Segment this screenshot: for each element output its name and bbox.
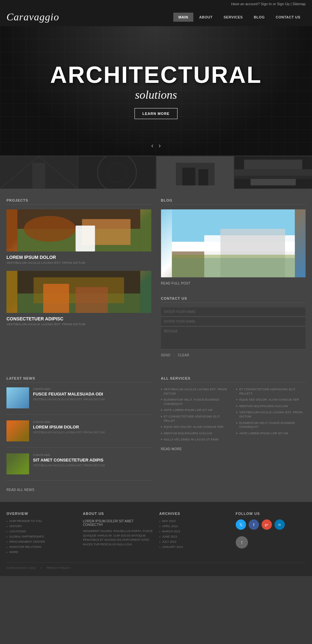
nav-main[interactable]: MAIN (173, 13, 193, 22)
news-title-3[interactable]: SIT AMET CONSECTETUER ADIPIS (33, 458, 151, 462)
footer-link-2[interactable]: ▸ HISTORY (6, 525, 76, 528)
footer-bottom: CARAVAGGIO © 2013 • PRIVACY POLICY (6, 562, 306, 570)
archive-link-6[interactable]: ▸ JANUARY 2013 (159, 545, 229, 549)
nav-services[interactable]: SERVICES (218, 13, 248, 22)
footer-link-3[interactable]: ▸ LOCATIONS (6, 530, 76, 533)
service-text-2-6: ANTE LOREM IPSUM LOR SIT AM (239, 431, 288, 436)
svg-rect-16 (251, 179, 296, 185)
news-item-3: 2 DAYS AGO SIT AMET CONSECTETUER ADIPIS … (6, 453, 151, 481)
sitemap-link[interactable]: Sitemap (293, 2, 306, 6)
svg-rect-33 (172, 255, 295, 277)
read-more-button[interactable]: READ MORE (161, 447, 182, 451)
header: Caravaggio MAIN ABOUT SERVICES BLOG CONT… (0, 8, 312, 26)
service-text-2-1: ET CONSECTETUER ADIPISCING ELIT. PELLETT (239, 387, 306, 395)
link-bullet: ▸ (6, 525, 8, 528)
thumb-2[interactable] (78, 156, 156, 189)
contact-name-input[interactable] (161, 307, 306, 316)
archive-text-3: MARCH 2013 (162, 530, 180, 533)
service-1-1: ▸ VESTIBULUM IACULIS LACINIA EST. PROIN … (161, 387, 230, 395)
thumb-img-2 (78, 156, 156, 189)
service-text-1-4: ET CONSECTETUER ADIPISCING ELIT. PELLET (164, 415, 230, 423)
prev-arrow[interactable]: ‹ (151, 142, 154, 149)
link-bullet: ▸ (6, 530, 8, 533)
archive-link-1[interactable]: ▸ MAY 2013 (159, 519, 229, 523)
service-text-2-2: EQUE SED DOLOR. ALIAM CONGUE FER (239, 398, 299, 402)
google-plus-icon[interactable]: g+ (262, 519, 272, 530)
read-full-post-link[interactable]: READ FULL POST (161, 282, 191, 285)
footer-link-6[interactable]: ▸ INVESTOR RELATIONS (6, 545, 76, 549)
thumb-3[interactable] (156, 156, 235, 189)
twitter-icon[interactable]: 𝕏 (236, 519, 246, 530)
bullet-icon: ▸ (161, 388, 162, 391)
copyright-text: CARAVAGGIO © 2013 (6, 566, 36, 570)
thumb-4[interactable] (234, 156, 312, 189)
main-content: PROJECTS LOREM IPSUM DOLOR VESTIBULUM IA… (0, 189, 312, 502)
archive-link-5[interactable]: ▸ JULY 2013 (159, 540, 229, 543)
link-bullet: ▸ (6, 535, 8, 538)
privacy-policy-link[interactable]: PRIVACY POLICY (47, 566, 70, 570)
facebook-icon[interactable]: f (249, 519, 259, 530)
footer: OVERVIEW ▸ OUR PROMISE TO YOU ▸ HISTORY … (0, 502, 312, 576)
archive-link-3[interactable]: ▸ MARCH 2013 (159, 530, 229, 533)
nav-blog[interactable]: BLOG (249, 13, 270, 22)
footer-link-text-5: PROCUREMENT CENTER (9, 540, 45, 543)
footer-link-5[interactable]: ▸ PROCUREMENT CENTER (6, 540, 76, 543)
footer-link-4[interactable]: ▸ GLOBAL PARTNERSHIPS (6, 535, 76, 538)
news-thumb-2 (6, 420, 29, 441)
project-image-2 (6, 271, 151, 313)
bullet-icon: ▸ (236, 411, 238, 414)
logo[interactable]: Caravaggio (6, 11, 59, 23)
archive-bullet: ▸ (159, 520, 161, 523)
service-text-2-5: ELEMENTUM VELIT. FUSCE EUISMOD CONSEQUAT (239, 421, 306, 429)
archive-bullet: ▸ (159, 525, 161, 528)
service-2-6: ▸ ANTE LOREM IPSUM LOR SIT AM (236, 431, 306, 436)
nav-about[interactable]: ABOUT (194, 13, 218, 22)
all-services-section: ALL SERVICES ▸ VESTIBULUM IACULIS LACINI… (161, 376, 306, 492)
archive-link-2[interactable]: ▸ APRIL 2013 (159, 525, 229, 528)
svg-rect-21 (76, 226, 95, 251)
nav-contact[interactable]: CONTACT US (271, 13, 306, 22)
news-desc-3: VESTIBULUM IACULIS LACINIA EST. PROIN DI… (33, 464, 151, 467)
news-title-1[interactable]: FUSCE FEUGIAT MALESUADA ODI (33, 392, 151, 396)
next-arrow[interactable]: › (159, 142, 161, 149)
learn-more-button[interactable]: LEARN MORE (134, 108, 178, 119)
sign-up-link[interactable]: Sign Up (277, 2, 290, 6)
hero-title: ARCHITECTURAL (50, 63, 262, 86)
archive-link-4[interactable]: ▸ JUNE 2013 (159, 535, 229, 538)
scroll-top-button[interactable]: ↑ (236, 536, 248, 549)
news-title-2[interactable]: LOREM IPSUM DOLOR (33, 425, 151, 429)
archive-text-5: JULY 2013 (162, 540, 177, 543)
project-2-desc: VESTIBULUM IACULIS LACINIA EST. PROIN DI… (6, 323, 151, 326)
top-bar: Have an account? Sign In or Sign Up | Si… (0, 0, 312, 8)
project-card-1: LOREM IPSUM DOLOR VESTIBULUM IACULIS LAC… (6, 209, 151, 264)
service-text-1-6: MENTUM MOLPHAURIS ACCLIAN (164, 431, 212, 436)
archive-text-4: JUNE 2013 (162, 535, 177, 538)
thumb-1[interactable] (0, 156, 78, 189)
news-date-2: 2 DAYS AGO (33, 420, 151, 424)
service-2-1: ▸ ET CONSECTETUER ADIPISCING ELIT. PELLE… (236, 387, 306, 395)
footer-grid: OVERVIEW ▸ OUR PROMISE TO YOU ▸ HISTORY … (6, 512, 306, 556)
contact-email-input[interactable] (161, 317, 306, 326)
bullet-icon: ▸ (161, 398, 162, 401)
sign-in-link[interactable]: Sign In (261, 2, 272, 6)
contact-message-input[interactable] (161, 327, 306, 350)
footer-link-1[interactable]: ▸ OUR PROMISE TO YOU (6, 519, 76, 523)
contact-form: SEND | CLEAR (161, 307, 306, 357)
bullet-icon: ▸ (236, 405, 238, 407)
read-all-news-link[interactable]: READ ALL NEWS (6, 488, 35, 492)
footer-link-7[interactable]: ▸ MORE (6, 550, 76, 554)
clear-button[interactable]: CLEAR (178, 353, 189, 357)
footer-about-subtitle: LOREM IPSUM DOLOR SIT AMET CONSECTHY (83, 519, 153, 527)
right-column: BLOG READ FULL POST CONTACT US (161, 198, 306, 357)
account-text: Have an account? (231, 2, 260, 6)
svg-rect-3 (32, 163, 45, 189)
svg-rect-26 (76, 287, 108, 313)
service-1-7: ▸ NULLA VEL DMED IN LACUS UT ENIM (161, 438, 230, 442)
thumbnail-strip (0, 156, 312, 189)
service-text-1-2: ELEMENTUM VELIT. FUSCE EUISMOD CONSEQUAT (164, 398, 230, 406)
send-button[interactable]: SEND (161, 353, 171, 357)
bottom-two-col: LATEST NEWS 2 DAYS AGO FUSCE FEUGIAT MAL… (6, 367, 306, 492)
service-2-4: ▸ VESTIBULUM IACULIS LACINIA EST. PROIN … (236, 410, 306, 418)
linkedin-icon[interactable]: in (274, 519, 285, 530)
link-bullet: ▸ (6, 546, 8, 549)
